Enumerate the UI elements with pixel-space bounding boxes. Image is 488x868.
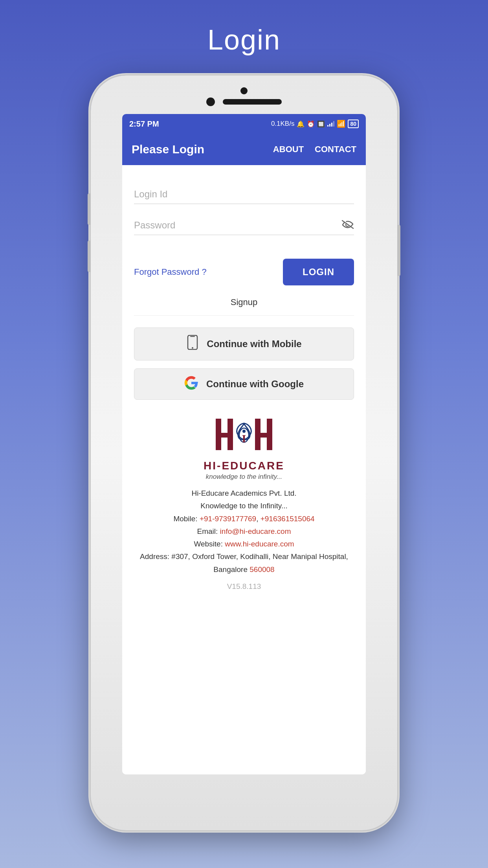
notification-icon: 🔔 xyxy=(297,120,305,128)
signal-bars-icon xyxy=(327,121,334,127)
login-id-group xyxy=(134,185,354,204)
website-link[interactable]: www.hi-educare.com xyxy=(225,540,294,548)
svg-rect-8 xyxy=(267,419,272,450)
page-title: Login xyxy=(207,24,281,56)
phone1-link[interactable]: +91-9739177769 xyxy=(200,515,256,523)
continue-with-google-button[interactable]: Continue with Google xyxy=(134,368,354,400)
login-button[interactable]: LOGIN xyxy=(283,259,354,285)
alarm-icon: ⏰ xyxy=(307,120,315,128)
about-button[interactable]: ABOUT xyxy=(273,144,304,154)
continue-with-mobile-button[interactable]: Continue with Mobile xyxy=(134,327,354,360)
company-website: Website: www.hi-educare.com xyxy=(138,538,350,550)
mobile-icon xyxy=(186,335,199,353)
svg-point-2 xyxy=(192,347,193,349)
continue-with-mobile-label: Continue with Mobile xyxy=(207,338,301,349)
status-icons: 0.1KB/s 🔔 ⏰ 🔲 📶 80 xyxy=(271,120,359,128)
password-input[interactable] xyxy=(134,216,354,235)
volume-up-button xyxy=(88,193,91,225)
signup-link[interactable]: Signup xyxy=(231,297,258,307)
company-info: Hi-Educare Academics Pvt. Ltd. Knowledge… xyxy=(138,487,350,576)
company-section: I HI-EDUCARE knowledge to the infinity..… xyxy=(134,416,354,591)
company-name: HI-EDUCARE xyxy=(138,460,350,472)
action-row: Forgot Password ? LOGIN xyxy=(134,259,354,285)
company-logo: I xyxy=(213,416,275,455)
network-speed: 0.1KB/s xyxy=(271,120,295,128)
phone-shell: 2:57 PM 0.1KB/s 🔔 ⏰ 🔲 📶 80 Please Login … xyxy=(91,75,397,830)
forgot-password-link[interactable]: Forgot Password ? xyxy=(134,267,207,277)
app-bar: Please Login ABOUT CONTACT xyxy=(122,134,366,165)
wifi-icon: 📶 xyxy=(337,120,345,128)
app-bar-actions: ABOUT CONTACT xyxy=(273,144,356,154)
content-area: Forgot Password ? LOGIN Signup Continue … xyxy=(122,165,366,774)
volume-down-button xyxy=(88,241,91,272)
battery-icon: 80 xyxy=(348,120,359,128)
pincode-link[interactable]: 560008 xyxy=(250,565,274,574)
signup-row: Signup xyxy=(134,297,354,316)
company-address: Address: #307, Oxford Tower, Kodihalli, … xyxy=(138,550,350,576)
password-group xyxy=(134,216,354,235)
earpiece-speaker xyxy=(223,99,282,105)
app-bar-title: Please Login xyxy=(132,143,204,156)
toggle-password-icon[interactable] xyxy=(341,219,354,232)
company-full-name: Hi-Educare Academics Pvt. Ltd. xyxy=(138,487,350,500)
front-camera-dot xyxy=(240,87,248,94)
status-bar: 2:57 PM 0.1KB/s 🔔 ⏰ 🔲 📶 80 xyxy=(122,114,366,134)
company-tagline: knowledge to the infinity... xyxy=(138,473,350,481)
google-icon xyxy=(184,376,198,392)
phone-sensors xyxy=(206,97,282,106)
login-id-input[interactable] xyxy=(134,185,354,204)
svg-rect-5 xyxy=(227,419,233,450)
company-slogan: Knowledge to the Infinity... xyxy=(138,500,350,512)
phone-screen: 2:57 PM 0.1KB/s 🔔 ⏰ 🔲 📶 80 Please Login … xyxy=(122,114,366,774)
version-text: V15.8.113 xyxy=(138,582,350,591)
power-button xyxy=(397,225,400,276)
contact-button[interactable]: CONTACT xyxy=(315,144,356,154)
svg-text:I: I xyxy=(242,432,246,445)
front-camera xyxy=(206,97,215,106)
company-email: Email: info@hi-educare.com xyxy=(138,525,350,538)
phone-top xyxy=(91,75,397,110)
email-link[interactable]: info@hi-educare.com xyxy=(220,527,291,535)
svg-rect-1 xyxy=(190,336,195,337)
status-time: 2:57 PM xyxy=(129,120,159,129)
company-mobile: Mobile: +91-9739177769, +916361515064 xyxy=(138,513,350,525)
phone2-link[interactable]: +916361515064 xyxy=(261,515,315,523)
data-icon: 🔲 xyxy=(317,120,325,128)
continue-with-google-label: Continue with Google xyxy=(206,379,304,390)
